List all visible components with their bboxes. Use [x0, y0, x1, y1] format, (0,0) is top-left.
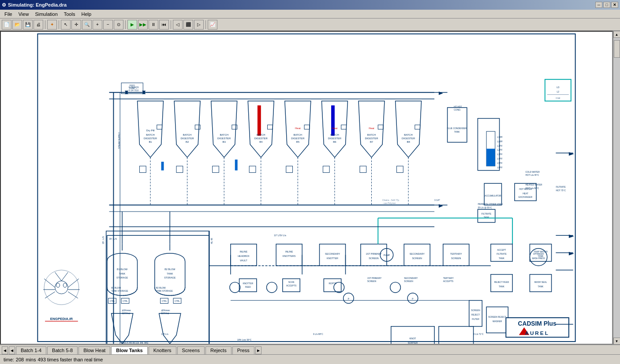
tab-batch-1-4[interactable]: Batch 1-4 [16, 346, 46, 354]
svg-rect-216 [323, 166, 329, 173]
svg-marker-202 [569, 252, 574, 256]
svg-text:KNOT: KNOT [409, 337, 416, 340]
tab-nav-prev[interactable]: ◀ [2, 346, 8, 354]
tab-nav-next[interactable]: ▶ [255, 346, 261, 354]
spark-button[interactable]: ✦ [47, 20, 57, 30]
svg-text:DIGESTER: DIGESTER [328, 137, 341, 140]
close-button[interactable]: ✕ [611, 2, 618, 8]
svg-point-137 [56, 283, 60, 287]
svg-text:SCREEN: SCREEN [404, 280, 413, 282]
svg-text:KNOTTER: KNOTTER [243, 282, 254, 285]
svg-text:ψ5Areas:: ψ5Areas: [122, 309, 131, 312]
svg-text:TANK: TANK [499, 286, 504, 288]
svg-text:1ST PRIMARY: 1ST PRIMARY [366, 253, 382, 255]
scroll-thumb[interactable] [614, 40, 620, 58]
menu-tools[interactable]: Tools [61, 11, 78, 17]
svg-text:INLINE: INLINE [240, 251, 248, 253]
svg-text:BATCH: BATCH [367, 134, 376, 136]
tab-blow-tanks[interactable]: Blow Tanks [111, 346, 147, 354]
svg-point-115 [230, 282, 240, 293]
record-button[interactable]: ⬛ [183, 20, 193, 30]
zoom-out-button[interactable]: − [103, 20, 113, 30]
menu-view[interactable]: View [16, 11, 32, 17]
time-value: 208 [16, 357, 24, 362]
tab-nav-prev2[interactable]: ◀ [9, 346, 15, 354]
zoom-fit-button[interactable]: ⊙ [114, 20, 123, 30]
pointer-button[interactable]: ↖ [61, 20, 71, 30]
separator-4 [171, 20, 171, 29]
svg-text:10% Low 39°C: 10% Low 39°C [237, 339, 252, 341]
rewind-button[interactable]: ⏮ [159, 20, 169, 30]
menu-simulation[interactable]: Simulation [32, 11, 60, 17]
svg-text:TERTIARY: TERTIARY [443, 277, 454, 279]
canvas-area[interactable]: Dry Pill BATCH DIGESTER B1 BATCH DIGESTE… [0, 31, 613, 345]
app-icon: ⚙ [2, 2, 6, 8]
svg-rect-212 [176, 166, 183, 173]
pause-button[interactable]: ⏸ [149, 20, 158, 30]
tab-knotters[interactable]: Knotters [149, 346, 176, 354]
scroll-up-button[interactable]: ▲ [613, 31, 620, 38]
menu-file[interactable]: File [2, 11, 15, 17]
graph-button[interactable]: 📈 [208, 20, 217, 30]
svg-text:B1: B1 [149, 141, 152, 143]
vertical-scrollbar[interactable]: ▲ ▼ [613, 31, 620, 345]
tab-batch-5-8[interactable]: Batch 5-8 [47, 346, 78, 354]
fast-forward-button[interactable]: ▶▶ [138, 20, 148, 30]
svg-text:FEED: FEED [245, 286, 251, 288]
svg-text:B8: B8 [407, 141, 410, 143]
svg-rect-207 [304, 125, 310, 129]
svg-rect-217 [360, 166, 366, 173]
svg-rect-205 [232, 125, 237, 129]
svg-rect-166 [161, 162, 164, 171]
svg-text:KNOTTERS: KNOTTERS [283, 255, 296, 257]
svg-text:DIGESTER: DIGESTER [402, 137, 415, 140]
svg-point-135 [44, 270, 79, 305]
step-back-button[interactable]: ◁ [173, 20, 183, 30]
svg-text:FILTRATE: FILTRATE [556, 186, 566, 188]
svg-text:175 L/s: 175 L/s [161, 333, 169, 335]
svg-text:DIGESTER: DIGESTER [181, 137, 194, 140]
svg-text:BATCH: BATCH [404, 134, 413, 136]
svg-text:3 1/4": 3 1/4" [434, 199, 440, 201]
svg-text:HOT 75°C: HOT 75°C [556, 189, 566, 192]
separator-3 [125, 20, 126, 29]
new-button[interactable]: 📄 [2, 20, 11, 30]
tab-blow-heat[interactable]: Blow Heat [78, 346, 110, 354]
zoom-in-button[interactable]: + [93, 20, 102, 30]
svg-text:COND.: COND. [454, 109, 461, 111]
menu-help[interactable]: Help [78, 11, 94, 17]
svg-text:DIGESTER: DIGESTER [254, 137, 268, 140]
svg-text:ENGPEDiA.iR: ENGPEDiA.iR [50, 317, 73, 321]
svg-text:PERMATE OTHER USES: PERMATE OTHER USES [478, 203, 503, 205]
svg-rect-204 [195, 125, 200, 129]
zoom-area-button[interactable]: 🔍 [82, 20, 92, 30]
svg-line-139 [55, 272, 62, 281]
svg-text:ACCUMULATOR: ACCUMULATOR [485, 195, 501, 197]
svg-text:SECONDARY: SECONDARY [404, 277, 418, 279]
svg-rect-211 [139, 166, 146, 173]
titlebar-controls: ─ □ ✕ [595, 2, 618, 8]
pan-button[interactable]: ✛ [71, 20, 81, 30]
tab-screens[interactable]: Screens [177, 346, 205, 354]
print-button[interactable]: 🖨 [34, 20, 43, 30]
titlebar: ⚙ Simulating: EngPedia.dra ─ □ ✕ [0, 0, 620, 10]
open-button[interactable]: 📂 [12, 20, 22, 30]
svg-text:B3: B3 [223, 141, 226, 143]
scroll-down-button[interactable]: ▼ [613, 338, 620, 345]
maximize-button[interactable]: □ [603, 2, 610, 8]
svg-text:0 L/s 71°C: 0 L/s 71°C [474, 333, 484, 335]
svg-text:VAULT: VAULT [240, 259, 247, 262]
svg-text:TANK: TANK [167, 272, 173, 275]
speed-label: 493 times faster than real time [37, 357, 103, 362]
tab-rejects[interactable]: Rejects [205, 346, 232, 354]
tab-press[interactable]: Press [232, 346, 254, 354]
svg-line-146 [68, 292, 78, 298]
svg-text:L2PF: L2PF [497, 149, 503, 151]
play-button[interactable]: ▶ [127, 20, 137, 30]
svg-text:FILTER: FILTER [472, 318, 479, 320]
svg-text:25 L/s @ 55°C: 25 L/s @ 55°C [478, 207, 492, 209]
step-forward-button[interactable]: ▷ [194, 20, 204, 30]
save-button[interactable]: 💾 [23, 20, 33, 30]
scroll-track[interactable] [613, 38, 620, 338]
minimize-button[interactable]: ─ [595, 2, 602, 8]
